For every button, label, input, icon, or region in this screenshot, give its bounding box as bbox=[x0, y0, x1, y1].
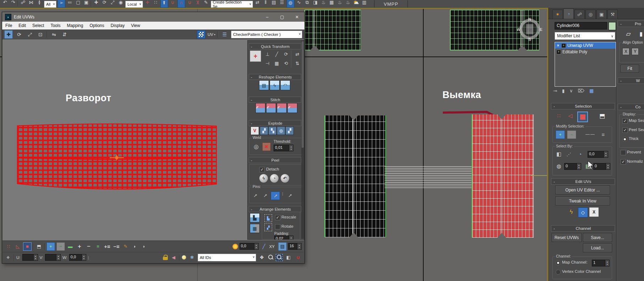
edge-loop-icon[interactable] bbox=[66, 243, 74, 250]
scale-uv-icon[interactable] bbox=[26, 30, 34, 39]
pan-hand-icon[interactable] bbox=[258, 254, 266, 261]
menu-select[interactable]: Select bbox=[29, 22, 47, 29]
edge-subobject-icon[interactable] bbox=[566, 112, 574, 120]
scrollbar-thumb[interactable] bbox=[302, 41, 304, 148]
edge-mode-icon[interactable] bbox=[14, 243, 22, 250]
background-map-select[interactable]: CheckerPattern ( Checker ) bbox=[231, 31, 302, 38]
w-spinner[interactable]: 0,0 bbox=[69, 254, 86, 261]
pin-selected-icon[interactable] bbox=[251, 191, 259, 199]
close-button[interactable]: ✕ bbox=[290, 12, 304, 22]
vertex-subobject-icon[interactable] bbox=[555, 112, 563, 120]
shrink-selection-icon[interactable]: − bbox=[567, 130, 576, 139]
thick-seams-radio[interactable] bbox=[622, 137, 627, 142]
paint-select-icon[interactable] bbox=[122, 243, 130, 250]
edge-ring-icon[interactable] bbox=[94, 243, 102, 250]
paint-grow-icon[interactable] bbox=[131, 243, 139, 250]
mirror-horizontal-icon[interactable] bbox=[50, 30, 58, 39]
prevent-reflattening-checkbox[interactable] bbox=[621, 150, 626, 155]
window-titlebar[interactable]: Edit UVWs – ▢ ✕ bbox=[2, 12, 304, 22]
polygon-subobject-icon[interactable] bbox=[577, 112, 588, 122]
angle-threshold-spinner[interactable]: 0,0 bbox=[588, 151, 608, 158]
grow-selection-icon[interactable] bbox=[46, 242, 55, 251]
paint-shrink-icon[interactable] bbox=[140, 243, 148, 250]
align-x-button[interactable]: X bbox=[622, 48, 629, 55]
material-id-select[interactable]: All IDs bbox=[198, 254, 256, 261]
move-selected-to-cursor-button[interactable]: + bbox=[250, 50, 261, 62]
quick-peel-icon[interactable] bbox=[259, 174, 268, 183]
falloff-edge-icon[interactable] bbox=[260, 243, 268, 250]
stitch-to-source-icon[interactable] bbox=[277, 103, 287, 113]
rotate-cw-icon[interactable] bbox=[282, 50, 290, 58]
wireframe-chunk-left[interactable] bbox=[324, 115, 386, 237]
edge-loop-icon[interactable]: —— bbox=[585, 130, 595, 138]
render-in-cloud-icon[interactable] bbox=[353, 0, 360, 7]
make-unique-icon[interactable] bbox=[569, 88, 573, 93]
grow-selection-icon[interactable]: + bbox=[556, 130, 565, 139]
snaps-toggle-icon[interactable] bbox=[169, 0, 176, 7]
pack-together-icon[interactable]: ▙ bbox=[264, 214, 272, 222]
edit-uvs-rollout-header[interactable]: -Edit UVs bbox=[551, 178, 615, 185]
scene-explorer-icon[interactable] bbox=[279, 0, 286, 7]
panel-scrollbar[interactable] bbox=[301, 40, 304, 239]
channel-rollout-header[interactable]: -Channel bbox=[551, 225, 615, 232]
menu-view[interactable]: View bbox=[128, 22, 143, 29]
modifier-list-select[interactable]: Modifier List bbox=[555, 32, 615, 40]
menu-options[interactable]: Options bbox=[86, 22, 107, 29]
limit-soft-selection-icon[interactable] bbox=[278, 242, 287, 251]
shrink-loop-icon[interactable] bbox=[85, 243, 93, 250]
remove-modifier-icon[interactable] bbox=[578, 88, 584, 93]
tab-hierarchy[interactable] bbox=[574, 10, 585, 19]
menu-display[interactable]: Display bbox=[108, 22, 128, 29]
modifier-row-unwrap-uvw[interactable]: + Unwrap UVW bbox=[555, 42, 616, 49]
rotate-icon[interactable] bbox=[101, 0, 108, 7]
falloff-space-label[interactable]: XY bbox=[269, 244, 275, 249]
projection-rollout-header[interactable]: -Pro bbox=[618, 21, 644, 27]
crossing-selection-icon[interactable] bbox=[83, 0, 90, 7]
selected-red-chunk[interactable] bbox=[472, 114, 534, 238]
shrink-ring-icon[interactable] bbox=[112, 243, 120, 250]
view-compass-gizmo[interactable]: TOP N S W E bbox=[517, 16, 543, 42]
space-vertical-icon[interactable] bbox=[293, 59, 302, 67]
minimize-button[interactable]: – bbox=[260, 12, 275, 22]
planar-map-icon[interactable] bbox=[623, 29, 633, 38]
stitch-header[interactable]: -Stitch bbox=[249, 97, 301, 103]
rendered-frame-window-icon[interactable] bbox=[328, 0, 335, 7]
pivot-icon[interactable] bbox=[117, 0, 124, 7]
zoom-icon[interactable] bbox=[268, 254, 274, 261]
vertex-color-channel-radio[interactable] bbox=[556, 270, 561, 275]
layer-manager-icon[interactable] bbox=[270, 0, 277, 7]
snap-plus-icon[interactable] bbox=[144, 0, 151, 7]
select-by-planar-icon[interactable] bbox=[555, 162, 563, 170]
zoom-region-icon[interactable] bbox=[276, 254, 283, 261]
wireframe-mesh-top-left[interactable] bbox=[304, 10, 361, 50]
quick-transform-header[interactable]: -Quick Transform bbox=[249, 43, 301, 49]
pin-stack-icon[interactable] bbox=[553, 88, 557, 93]
configure-modifier-sets-icon[interactable] bbox=[589, 88, 594, 93]
rotate-ccw-icon[interactable] bbox=[282, 59, 290, 67]
peel-mode-icon[interactable] bbox=[270, 174, 279, 183]
reset-uvws-button[interactable]: Reset UVWs bbox=[552, 233, 582, 242]
planar-threshold-spinner[interactable]: 0 bbox=[564, 163, 581, 170]
toggle-ribbon-icon[interactable] bbox=[287, 0, 295, 8]
freeform-mode-icon[interactable] bbox=[36, 30, 45, 39]
scale-icon[interactable] bbox=[109, 0, 116, 7]
grow-loop-icon[interactable] bbox=[76, 243, 83, 250]
peel-seams-checkbox[interactable]: ✓ bbox=[622, 128, 628, 133]
element-subobject-icon[interactable] bbox=[598, 112, 606, 120]
mirror-icon[interactable] bbox=[254, 0, 261, 7]
undo-icon[interactable] bbox=[1, 0, 9, 7]
absolute-typein-icon[interactable] bbox=[4, 254, 12, 261]
manipulate-icon[interactable] bbox=[160, 0, 168, 8]
menu-mapping[interactable]: Mapping bbox=[64, 22, 86, 29]
select-element-icon[interactable] bbox=[35, 243, 43, 250]
shrink-selection-icon[interactable] bbox=[56, 242, 65, 251]
menu-tools[interactable]: Tools bbox=[47, 22, 64, 29]
unpin-selected-icon[interactable] bbox=[261, 191, 269, 199]
matid-spinner[interactable]: 0 bbox=[593, 163, 610, 170]
target-weld-icon[interactable] bbox=[252, 142, 260, 150]
percent-snap-icon[interactable] bbox=[186, 0, 193, 7]
modifier-stack[interactable]: + Unwrap UVW + Editable Poly bbox=[555, 42, 616, 87]
straighten-selection-icon[interactable] bbox=[273, 59, 281, 67]
uv-shell-red[interactable] bbox=[13, 110, 221, 217]
preview-bulb-icon[interactable] bbox=[182, 255, 186, 260]
